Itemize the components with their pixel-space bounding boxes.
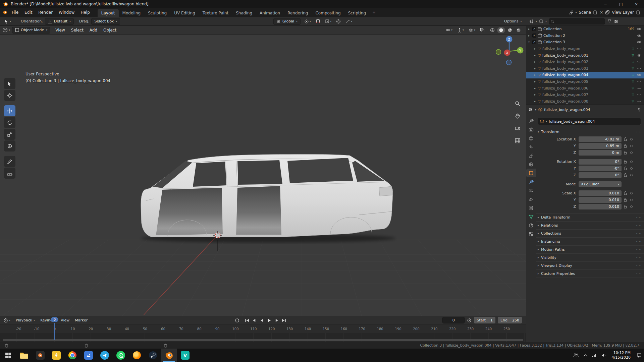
menu-item[interactable]: Window xyxy=(56,9,77,16)
expand-caret-icon[interactable]: ▸ xyxy=(534,100,538,103)
value-field[interactable]: XYZ Euler▾ xyxy=(579,181,622,187)
value-field[interactable]: -0.02 m▾ xyxy=(579,136,622,142)
lock-toggle[interactable] xyxy=(622,173,629,177)
transform-orientation-dropdown[interactable]: Global▾ xyxy=(273,18,301,25)
eye-closed-icon[interactable] xyxy=(637,80,642,83)
tab-render[interactable] xyxy=(526,125,536,134)
display-mode-caret-icon[interactable]: ▾ xyxy=(545,20,547,23)
eye-open-icon[interactable] xyxy=(637,40,642,44)
animate-decorator[interactable] xyxy=(630,152,633,154)
filter-options-icon[interactable] xyxy=(614,19,619,24)
workspace-tab[interactable]: Sculpting xyxy=(144,9,170,17)
workspace-tab[interactable]: Rendering xyxy=(284,9,312,17)
shading-rendered-button[interactable] xyxy=(515,27,523,33)
properties-panel-header[interactable]: ▸ Custom Properties ···· xyxy=(536,269,644,278)
timeline-menu-item[interactable]: Playback▾ xyxy=(13,317,38,323)
shading-material-button[interactable] xyxy=(506,27,514,33)
tool-rotate[interactable] xyxy=(4,117,15,128)
outliner-search-input[interactable] xyxy=(549,18,605,24)
tool-scale[interactable] xyxy=(4,129,15,140)
taskbar-app-firefox[interactable] xyxy=(129,349,145,362)
view-layer-selector[interactable]: View Layer xyxy=(612,10,634,15)
overlays-dropdown[interactable]: ▾ xyxy=(468,27,476,33)
properties-panel-header[interactable]: ▸ Instancing ···· xyxy=(536,237,644,245)
falloff-dropdown[interactable]: ▾ xyxy=(344,18,353,24)
tab-world[interactable] xyxy=(526,160,536,169)
eye-closed-icon[interactable] xyxy=(637,60,642,64)
animate-decorator[interactable] xyxy=(630,161,633,163)
workspace-tab[interactable]: Layout xyxy=(98,9,119,17)
snap-toggle[interactable] xyxy=(315,18,321,24)
value-field[interactable]: -0°▾ xyxy=(579,166,622,171)
taskbar-app-yellow[interactable] xyxy=(48,349,64,362)
lock-toggle[interactable] xyxy=(622,160,629,164)
properties-panel-header[interactable]: ▸ Relations ···· xyxy=(536,221,644,229)
pin-icon[interactable] xyxy=(637,108,641,112)
animate-decorator[interactable] xyxy=(630,174,633,176)
tab-constraints[interactable] xyxy=(526,203,536,212)
people-icon[interactable] xyxy=(571,349,581,362)
tab-scene[interactable] xyxy=(526,151,536,160)
proportional-editing-toggle[interactable] xyxy=(335,18,342,24)
editor-type-caret-icon[interactable]: ▾ xyxy=(9,319,10,322)
taskbar-app-media-player[interactable] xyxy=(32,349,48,362)
viewport-editor-icon[interactable] xyxy=(3,27,8,33)
value-field[interactable]: 0.010▾ xyxy=(579,197,622,203)
outliner-row[interactable]: ▸ ✓ ▽ fullsize_body_wagon.001 ▽ xyxy=(526,52,644,59)
ortho-toggle-button[interactable] xyxy=(513,136,522,145)
filter-funnel-icon[interactable] xyxy=(607,19,612,24)
properties-panel-header[interactable]: ▸ Collections ···· xyxy=(536,229,644,237)
viewport-menu-item[interactable]: Add xyxy=(87,26,100,34)
frame-start-field[interactable]: Start1 xyxy=(474,317,495,323)
taskbar-clock[interactable]: 10:12 PM 4/15/2020 xyxy=(608,351,634,360)
expand-caret-icon[interactable]: ▾ xyxy=(528,41,532,44)
editor-type-caret-icon[interactable]: ▾ xyxy=(9,28,10,32)
outliner-row[interactable]: ▸ ✓ ▽ fullsize_body_wagon.005 ▽ xyxy=(526,78,644,85)
workspace-tab[interactable]: Animation xyxy=(256,9,284,17)
current-frame-field[interactable]: 0 xyxy=(442,317,465,323)
collection-checkbox[interactable]: ✓ xyxy=(532,34,536,38)
lock-toggle[interactable] xyxy=(622,191,629,195)
tab-object[interactable] xyxy=(526,169,536,177)
transform-panel-header[interactable]: ▾ Transform ···· xyxy=(536,128,644,136)
expand-caret-icon[interactable]: ▸ xyxy=(534,93,538,96)
autokey-record-icon[interactable] xyxy=(235,318,239,323)
menu-item[interactable]: Render xyxy=(35,9,56,16)
lock-toggle[interactable] xyxy=(622,144,629,148)
tray-expand-chevron-icon[interactable] xyxy=(581,349,590,362)
expand-caret-icon[interactable]: ▸ xyxy=(534,54,538,57)
outliner-row[interactable]: ▸ ✓ ▽ Collection 2 ▽ xyxy=(526,33,644,39)
tab-modifiers[interactable] xyxy=(526,177,536,186)
start-button[interactable] xyxy=(0,349,16,362)
eye-open-icon[interactable] xyxy=(637,73,642,77)
animate-decorator[interactable] xyxy=(630,192,633,194)
network-icon[interactable] xyxy=(590,349,599,362)
expand-caret-icon[interactable]: ▸ xyxy=(534,60,538,63)
outliner-row[interactable]: ▸ ✓ ▽ fullsize_body_wagon.002 ▽ xyxy=(526,59,644,65)
shading-wireframe-button[interactable] xyxy=(488,27,496,33)
viewport-menu-item[interactable]: Object xyxy=(100,26,119,34)
new-view-layer-icon[interactable] xyxy=(636,10,641,15)
editor-type-caret-icon[interactable]: ▾ xyxy=(535,108,536,111)
lock-toggle[interactable] xyxy=(622,166,629,170)
eye-open-icon[interactable] xyxy=(637,54,642,57)
menu-item[interactable]: Help xyxy=(77,9,93,16)
properties-panel-header[interactable]: ▸ Viewport Display ···· xyxy=(536,261,644,269)
timeline-scrollbar[interactable] xyxy=(3,339,523,341)
value-field[interactable]: 0°▾ xyxy=(579,159,622,165)
tab-object-data[interactable] xyxy=(526,212,536,221)
playhead-marker[interactable]: 0 xyxy=(51,317,58,322)
timeline-menu-item[interactable]: Marker▾ xyxy=(72,317,90,323)
outliner-row[interactable]: ▸ ✓ ▽ fullsize_body_wagon.003 ▽ xyxy=(526,65,644,72)
outliner-row[interactable]: ▸ ✓ ▽ fullsize_body_wagon.004 ▽ xyxy=(526,72,644,78)
snap-target-dropdown[interactable]: ▾ xyxy=(324,18,332,24)
animate-decorator[interactable] xyxy=(630,199,633,201)
lock-toggle[interactable] xyxy=(622,137,629,141)
tool-move[interactable] xyxy=(4,105,15,116)
viewport-menu-item[interactable]: Select xyxy=(68,26,87,34)
tab-particles[interactable] xyxy=(526,186,536,195)
eye-open-icon[interactable] xyxy=(637,27,642,31)
outliner-row[interactable]: ▸ ✓ ▽ fullsize_body_wagon ▽ xyxy=(526,46,644,52)
eye-closed-icon[interactable] xyxy=(637,93,642,97)
blender-menu-icon[interactable] xyxy=(3,10,7,15)
